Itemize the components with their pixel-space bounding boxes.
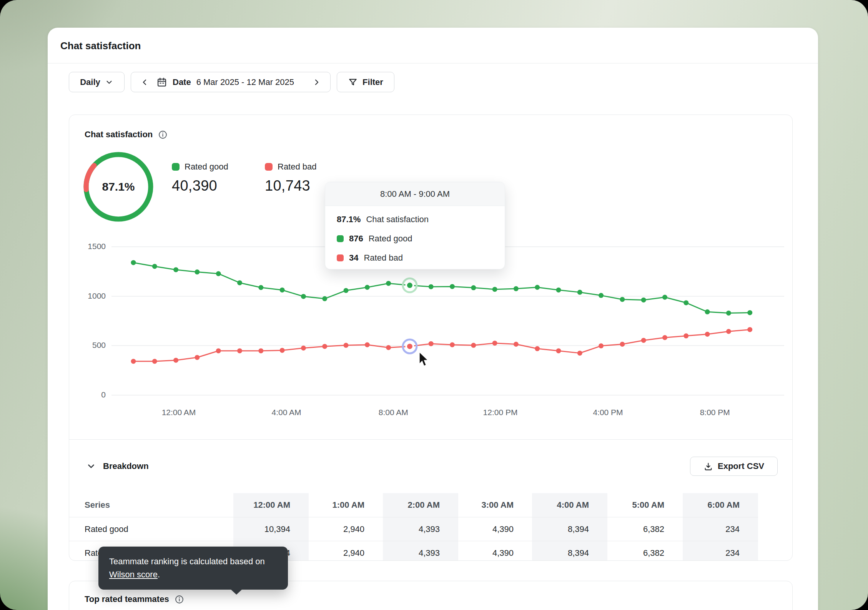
chart-point[interactable]	[173, 358, 178, 363]
y-axis-tick: 1000	[77, 291, 106, 301]
export-csv-label: Export CSV	[718, 461, 764, 471]
table-row-label: Rated good	[69, 517, 233, 541]
chart-point[interactable]	[556, 288, 561, 293]
y-axis-tick: 500	[77, 341, 106, 350]
app-root: Chat satisfaction Daily Date 6 Mar 2025 …	[0, 0, 868, 610]
breakdown-title: Breakdown	[103, 461, 149, 471]
chart-point[interactable]	[662, 335, 667, 340]
filter-label: Filter	[362, 77, 383, 87]
chart-point[interactable]	[429, 341, 434, 346]
chart-point[interactable]	[705, 332, 710, 337]
chart-point[interactable]	[195, 355, 200, 360]
chart-point[interactable]	[344, 343, 349, 348]
chart-point[interactable]	[237, 280, 242, 285]
chart-point[interactable]	[535, 285, 540, 290]
chart-point[interactable]	[344, 288, 349, 293]
chart-point[interactable]	[237, 348, 242, 353]
chart-point[interactable]	[705, 309, 710, 314]
chart-point[interactable]	[131, 260, 136, 265]
chart-point[interactable]	[471, 285, 476, 290]
filter-button[interactable]: Filter	[337, 72, 394, 92]
chart-point[interactable]	[471, 343, 476, 348]
chart-point[interactable]	[514, 286, 519, 291]
table-header-cell: 2:00 AM	[383, 493, 458, 517]
chart-point[interactable]	[365, 285, 370, 290]
date-range-picker[interactable]: Date 6 Mar 2025 - 12 Mar 2025	[131, 72, 331, 92]
chart-point[interactable]	[535, 346, 540, 351]
chart-point[interactable]	[280, 288, 285, 293]
chart-point[interactable]	[322, 344, 327, 349]
granularity-dropdown[interactable]: Daily	[69, 72, 125, 92]
chart-point[interactable]	[683, 333, 688, 338]
chat-satisfaction-card: Chat satisfaction 87.1% Rated goo	[69, 115, 793, 561]
chart-point[interactable]	[620, 342, 625, 347]
table-header-cell: 1:00 AM	[309, 493, 383, 517]
chart-point[interactable]	[641, 338, 646, 343]
highlight-good-point[interactable]	[407, 283, 412, 288]
chart-point[interactable]	[450, 284, 455, 289]
chart-point[interactable]	[577, 351, 582, 356]
chart-point[interactable]	[258, 285, 263, 290]
chart-point[interactable]	[641, 298, 646, 303]
export-csv-button[interactable]: Export CSV	[690, 457, 778, 476]
section-divider	[69, 439, 792, 440]
chart-point[interactable]	[301, 294, 306, 299]
x-axis-tick: 8:00 AM	[379, 408, 408, 417]
chart-point[interactable]	[152, 264, 157, 269]
chart-point[interactable]	[152, 359, 157, 364]
table-cell: 4,390	[458, 517, 532, 541]
chart-point[interactable]	[450, 342, 455, 347]
next-date-button[interactable]	[310, 76, 323, 89]
tooltip-good-swatch	[337, 235, 344, 242]
chart-point[interactable]	[386, 281, 391, 286]
date-range-value: 6 Mar 2025 - 12 Mar 2025	[196, 77, 294, 87]
chart-point[interactable]	[216, 348, 221, 353]
chart-point[interactable]	[216, 271, 221, 276]
info-icon[interactable]	[158, 130, 168, 140]
chart-point[interactable]	[386, 345, 391, 350]
chart-tooltip-row: 87.1% Chat satisfaction	[337, 210, 505, 229]
previous-date-button[interactable]	[138, 76, 151, 89]
table-cell: 8,394	[532, 517, 607, 541]
chart-point[interactable]	[301, 346, 306, 351]
chart-point[interactable]	[683, 300, 688, 305]
chart-point[interactable]	[556, 348, 561, 353]
chart-tooltip: 8:00 AM - 9:00 AM 87.1% Chat satisfactio…	[325, 182, 505, 269]
line-rated-good	[133, 263, 750, 313]
chart-point[interactable]	[726, 329, 731, 334]
chart-point[interactable]	[662, 295, 667, 300]
chevron-down-icon	[86, 461, 96, 471]
table-cell: 234	[683, 541, 758, 561]
chart-point[interactable]	[365, 342, 370, 347]
highlight-bad-point[interactable]	[407, 344, 412, 349]
rated-good-swatch	[172, 163, 180, 171]
chart-point[interactable]	[429, 284, 434, 289]
chart-point[interactable]	[492, 341, 497, 346]
chart-point[interactable]	[195, 269, 200, 274]
chart-point[interactable]	[258, 348, 263, 353]
calendar-icon	[156, 77, 167, 88]
tooltip-satisfaction-label: Chat satisfaction	[366, 214, 429, 224]
chart-point[interactable]	[577, 290, 582, 295]
chart-point[interactable]	[726, 311, 731, 316]
chart-point[interactable]	[747, 327, 752, 332]
chart-point[interactable]	[599, 293, 604, 298]
chart-point[interactable]	[322, 296, 327, 301]
chart-point[interactable]	[514, 342, 519, 347]
chart-point[interactable]	[599, 343, 604, 348]
chart-point[interactable]	[620, 297, 625, 302]
legend-rated-good: Rated good 40,390	[172, 162, 228, 194]
chart-point[interactable]	[131, 359, 136, 364]
chart-point[interactable]	[747, 310, 752, 315]
granularity-label: Daily	[80, 77, 100, 87]
y-axis-tick: 0	[77, 390, 106, 399]
info-icon[interactable]	[175, 595, 184, 604]
table-cell: 234	[683, 517, 758, 541]
chart-point[interactable]	[173, 267, 178, 272]
chart-point[interactable]	[492, 287, 497, 292]
breakdown-toggle[interactable]: Breakdown	[86, 457, 149, 476]
chart-point[interactable]	[280, 348, 285, 353]
mouse-cursor-icon	[419, 352, 428, 366]
wilson-score-link[interactable]: Wilson score	[109, 570, 158, 579]
tooltip-satisfaction-value: 87.1%	[337, 214, 361, 224]
